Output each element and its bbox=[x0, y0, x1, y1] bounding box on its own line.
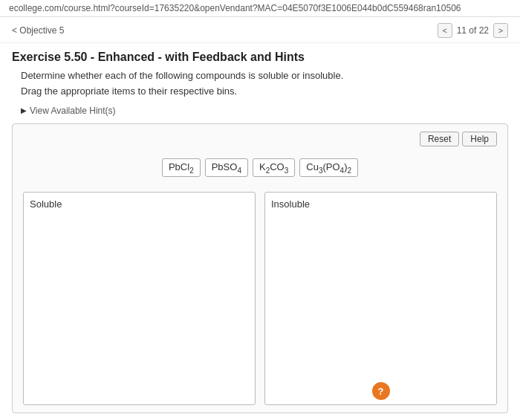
hint-toggle[interactable]: View Available Hint(s) bbox=[0, 106, 520, 123]
insoluble-bin-label: Insoluble bbox=[271, 198, 310, 210]
insoluble-bin[interactable]: Insoluble ? bbox=[264, 192, 497, 405]
compound-K2CO3[interactable]: K2CO3 bbox=[253, 158, 295, 178]
reset-help-row: Reset Help bbox=[23, 132, 497, 146]
bins-row: Soluble Insoluble ? bbox=[23, 192, 497, 405]
help-button[interactable]: Help bbox=[462, 132, 497, 146]
hint-label: View Available Hint(s) bbox=[30, 106, 116, 116]
compound-list: PbCl2 PbSO4 K2CO3 Cu3(PO4)2 bbox=[23, 158, 497, 178]
header-bar: Objective 5 < 11 of 22 > bbox=[0, 17, 520, 43]
next-button[interactable]: > bbox=[493, 23, 508, 38]
soluble-bin-label: Soluble bbox=[30, 198, 62, 210]
exercise-title: Exercise 5.50 - Enhanced - with Feedback… bbox=[0, 43, 520, 68]
prev-button[interactable]: < bbox=[438, 23, 452, 38]
instruction-line1: Determine whether each of the following … bbox=[21, 68, 508, 84]
objective-link[interactable]: Objective 5 bbox=[12, 25, 64, 36]
reset-button[interactable]: Reset bbox=[420, 132, 459, 146]
instruction-line2: Drag the appropriate items to their resp… bbox=[21, 84, 508, 100]
compound-Cu3PO42[interactable]: Cu3(PO4)2 bbox=[299, 158, 358, 178]
url-bar: ecollege.com/course.html?courseId=176352… bbox=[0, 0, 520, 17]
help-icon: ? bbox=[372, 382, 390, 400]
compound-PbSO4[interactable]: PbSO4 bbox=[205, 158, 248, 178]
soluble-bin[interactable]: Soluble bbox=[23, 192, 256, 405]
exercise-area: Reset Help PbCl2 PbSO4 K2CO3 Cu3(PO4)2 S… bbox=[12, 123, 508, 413]
instructions: Determine whether each of the following … bbox=[0, 68, 520, 106]
nav-controls: < 11 of 22 > bbox=[438, 23, 508, 38]
compound-PbCl2[interactable]: PbCl2 bbox=[162, 158, 201, 178]
nav-position: 11 of 22 bbox=[457, 25, 489, 36]
